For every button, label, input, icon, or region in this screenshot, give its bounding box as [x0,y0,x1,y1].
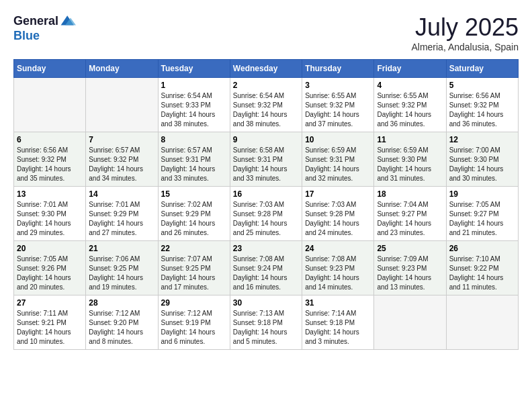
day-number: 17 [305,189,371,199]
calendar-week-row: 20Sunrise: 7:05 AMSunset: 9:26 PMDayligh… [14,241,519,295]
location-subtitle: Almeria, Andalusia, Spain [411,42,519,52]
day-number: 24 [305,244,371,253]
logo-icon [60,13,76,30]
day-number: 13 [17,189,83,199]
calendar-day-cell: 22Sunrise: 7:07 AMSunset: 9:25 PMDayligh… [158,241,230,295]
calendar-day-cell: 23Sunrise: 7:08 AMSunset: 9:24 PMDayligh… [230,241,302,295]
calendar-day-cell: 4Sunrise: 6:55 AMSunset: 9:32 PMDaylight… [374,78,446,132]
day-number: 6 [17,135,83,144]
day-info: Sunrise: 7:10 AMSunset: 9:22 PMDaylight:… [449,255,515,292]
day-number: 7 [89,135,154,144]
calendar-week-row: 6Sunrise: 6:56 AMSunset: 9:32 PMDaylight… [14,132,519,187]
day-number: 26 [449,244,515,253]
page-header: General Blue July 2025 Almeria, Andalusi… [13,13,519,52]
calendar-day-cell [14,78,86,132]
day-info: Sunrise: 6:56 AMSunset: 9:32 PMDaylight:… [17,146,83,183]
day-info: Sunrise: 7:09 AMSunset: 9:23 PMDaylight:… [377,255,443,292]
day-info: Sunrise: 6:57 AMSunset: 9:31 PMDaylight:… [161,146,227,183]
calendar-day-cell: 13Sunrise: 7:01 AMSunset: 9:30 PMDayligh… [14,187,86,241]
day-info: Sunrise: 7:01 AMSunset: 9:29 PMDaylight:… [89,200,154,238]
calendar-day-cell: 19Sunrise: 7:05 AMSunset: 9:27 PMDayligh… [446,187,518,241]
day-info: Sunrise: 7:05 AMSunset: 9:27 PMDaylight:… [449,200,515,238]
calendar-day-cell: 20Sunrise: 7:05 AMSunset: 9:26 PMDayligh… [14,241,86,295]
day-info: Sunrise: 7:06 AMSunset: 9:25 PMDaylight:… [89,255,154,292]
day-info: Sunrise: 7:03 AMSunset: 9:28 PMDaylight:… [305,200,371,238]
day-info: Sunrise: 7:01 AMSunset: 9:30 PMDaylight:… [17,200,83,238]
calendar-day-cell: 5Sunrise: 6:56 AMSunset: 9:32 PMDaylight… [446,78,518,132]
calendar-day-cell: 7Sunrise: 6:57 AMSunset: 9:32 PMDaylight… [86,132,158,187]
logo-blue: Blue [13,30,76,43]
month-title: July 2025 [411,13,519,42]
day-number: 4 [377,81,443,90]
day-info: Sunrise: 7:13 AMSunset: 9:18 PMDaylight:… [233,309,299,347]
day-number: 1 [161,81,227,90]
day-number: 29 [161,298,227,308]
day-info: Sunrise: 7:03 AMSunset: 9:28 PMDaylight:… [233,200,299,238]
calendar-day-cell: 8Sunrise: 6:57 AMSunset: 9:31 PMDaylight… [158,132,230,187]
logo: General Blue [13,13,76,43]
day-number: 2 [233,81,299,90]
calendar-week-row: 27Sunrise: 7:11 AMSunset: 9:21 PMDayligh… [14,295,519,350]
calendar-day-cell: 10Sunrise: 6:59 AMSunset: 9:31 PMDayligh… [302,132,374,187]
day-info: Sunrise: 7:05 AMSunset: 9:26 PMDaylight:… [17,255,83,292]
day-info: Sunrise: 6:55 AMSunset: 9:32 PMDaylight:… [377,91,443,129]
day-header-thursday: Thursday [302,60,374,78]
day-info: Sunrise: 7:00 AMSunset: 9:30 PMDaylight:… [449,146,515,183]
day-info: Sunrise: 6:56 AMSunset: 9:32 PMDaylight:… [449,91,515,129]
day-number: 31 [305,298,371,308]
day-number: 19 [449,189,515,199]
calendar-day-cell: 21Sunrise: 7:06 AMSunset: 9:25 PMDayligh… [86,241,158,295]
title-area: July 2025 Almeria, Andalusia, Spain [411,13,519,52]
day-info: Sunrise: 7:14 AMSunset: 9:18 PMDaylight:… [305,309,371,347]
day-info: Sunrise: 7:08 AMSunset: 9:23 PMDaylight:… [305,255,371,292]
calendar-day-cell [374,295,446,350]
day-info: Sunrise: 6:55 AMSunset: 9:32 PMDaylight:… [305,91,371,129]
day-info: Sunrise: 7:12 AMSunset: 9:19 PMDaylight:… [161,309,227,347]
calendar-day-cell [86,78,158,132]
calendar-day-cell: 2Sunrise: 6:54 AMSunset: 9:32 PMDaylight… [230,78,302,132]
day-number: 16 [233,189,299,199]
calendar-day-cell: 18Sunrise: 7:04 AMSunset: 9:27 PMDayligh… [374,187,446,241]
day-number: 23 [233,244,299,253]
logo-general: General [13,15,58,28]
calendar-day-cell: 14Sunrise: 7:01 AMSunset: 9:29 PMDayligh… [86,187,158,241]
day-number: 25 [377,244,443,253]
calendar-day-cell: 1Sunrise: 6:54 AMSunset: 9:33 PMDaylight… [158,78,230,132]
calendar-day-cell: 28Sunrise: 7:12 AMSunset: 9:20 PMDayligh… [86,295,158,350]
day-number: 11 [377,135,443,144]
day-header-wednesday: Wednesday [230,60,302,78]
day-info: Sunrise: 6:54 AMSunset: 9:33 PMDaylight:… [161,91,227,129]
calendar-header-row: SundayMondayTuesdayWednesdayThursdayFrid… [14,60,519,78]
day-number: 20 [17,244,83,253]
day-number: 27 [17,298,83,308]
day-number: 3 [305,81,371,90]
calendar-table: SundayMondayTuesdayWednesdayThursdayFrid… [13,59,519,350]
day-info: Sunrise: 7:08 AMSunset: 9:24 PMDaylight:… [233,255,299,292]
day-number: 15 [161,189,227,199]
day-number: 22 [161,244,227,253]
day-number: 5 [449,81,515,90]
day-header-friday: Friday [374,60,446,78]
day-number: 10 [305,135,371,144]
calendar-day-cell: 17Sunrise: 7:03 AMSunset: 9:28 PMDayligh… [302,187,374,241]
day-header-saturday: Saturday [446,60,518,78]
day-number: 18 [377,189,443,199]
day-header-monday: Monday [86,60,158,78]
calendar-week-row: 1Sunrise: 6:54 AMSunset: 9:33 PMDaylight… [14,78,519,132]
day-header-tuesday: Tuesday [158,60,230,78]
calendar-day-cell: 15Sunrise: 7:02 AMSunset: 9:29 PMDayligh… [158,187,230,241]
calendar-day-cell: 25Sunrise: 7:09 AMSunset: 9:23 PMDayligh… [374,241,446,295]
day-info: Sunrise: 7:12 AMSunset: 9:20 PMDaylight:… [89,309,154,347]
day-info: Sunrise: 6:59 AMSunset: 9:31 PMDaylight:… [305,146,371,183]
day-info: Sunrise: 7:04 AMSunset: 9:27 PMDaylight:… [377,200,443,238]
day-number: 14 [89,189,154,199]
day-number: 8 [161,135,227,144]
calendar-day-cell: 11Sunrise: 6:59 AMSunset: 9:30 PMDayligh… [374,132,446,187]
day-number: 12 [449,135,515,144]
day-info: Sunrise: 7:07 AMSunset: 9:25 PMDaylight:… [161,255,227,292]
day-info: Sunrise: 6:57 AMSunset: 9:32 PMDaylight:… [89,146,154,183]
calendar-day-cell [446,295,518,350]
day-number: 21 [89,244,154,253]
day-info: Sunrise: 6:58 AMSunset: 9:31 PMDaylight:… [233,146,299,183]
calendar-day-cell: 26Sunrise: 7:10 AMSunset: 9:22 PMDayligh… [446,241,518,295]
